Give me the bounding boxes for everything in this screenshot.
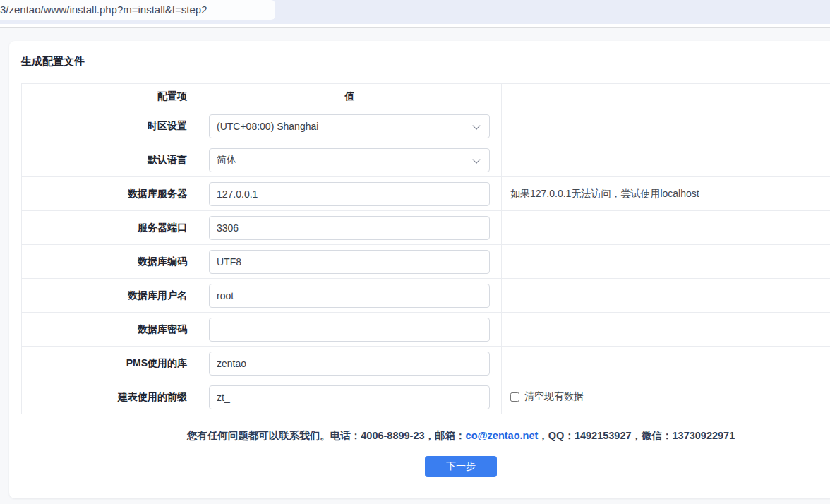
language-note <box>502 143 830 177</box>
config-panel: 生成配置文件 配置项 值 时区设置(UTC+08:00) Shanghai默认语… <box>9 41 830 498</box>
url-text: 3/zentao/www/install.php?m=install&f=ste… <box>0 0 275 20</box>
next-step-button[interactable]: 下一步 <box>425 456 497 477</box>
config-row-db-password: 数据库密码 <box>22 313 830 347</box>
db-password-input[interactable] <box>209 318 490 342</box>
clear-existing-data-checkbox[interactable] <box>510 392 519 402</box>
db-name-input[interactable] <box>209 352 490 376</box>
table-prefix-note: 清空现有数据 <box>502 380 830 414</box>
language-selected-value: 简体 <box>217 154 236 167</box>
db-user-note <box>502 279 830 313</box>
address-input[interactable]: 3/zentao/www/install.php?m=install&f=ste… <box>0 0 275 20</box>
chevron-down-icon <box>472 121 480 129</box>
language-select[interactable]: 简体 <box>209 148 490 172</box>
timezone-note <box>502 109 830 143</box>
page-title: 生成配置文件 <box>21 55 830 68</box>
column-header-note <box>502 84 830 109</box>
config-row-db-port: 服务器端口 <box>22 211 830 245</box>
db-host-input[interactable] <box>209 182 490 206</box>
language-field-cell: 简体 <box>198 143 502 177</box>
db-encoding-input[interactable] <box>209 250 490 274</box>
contact-text-prefix: 您有任何问题都可以联系我们。电话：4006-8899-23，邮箱： <box>187 430 466 441</box>
db-user-input[interactable] <box>209 284 490 308</box>
db-port-input[interactable] <box>209 216 490 240</box>
db-port-field-cell <box>198 211 502 245</box>
clear-existing-data-label: 清空现有数据 <box>524 390 584 403</box>
timezone-field-cell: (UTC+08:00) Shanghai <box>198 109 502 143</box>
table-header-row: 配置项 值 <box>22 84 830 109</box>
config-row-db-host: 数据库服务器如果127.0.0.1无法访问，尝试使用localhost <box>22 177 830 211</box>
db-name-field-cell <box>198 347 502 380</box>
db-port-note <box>502 211 830 245</box>
db-encoding-field-cell <box>198 245 502 279</box>
db-port-label: 服务器端口 <box>22 211 198 245</box>
contact-info: 您有任何问题都可以联系我们。电话：4006-8899-23，邮箱：co@zent… <box>21 429 830 443</box>
db-host-label: 数据库服务器 <box>22 177 198 211</box>
contact-text-suffix: ，QQ：1492153927，微信：13730922971 <box>538 430 735 441</box>
db-host-note: 如果127.0.0.1无法访问，尝试使用localhost <box>502 177 830 211</box>
config-row-timezone: 时区设置(UTC+08:00) Shanghai <box>22 109 830 143</box>
config-row-db-user: 数据库用户名 <box>22 279 830 313</box>
db-encoding-note <box>502 245 830 279</box>
email-link[interactable]: co@zentao.net <box>466 430 539 441</box>
config-table: 配置项 值 时区设置(UTC+08:00) Shanghai默认语言简体数据库服… <box>21 83 830 414</box>
db-encoding-label: 数据库编码 <box>22 245 198 279</box>
table-prefix-input[interactable] <box>209 385 490 409</box>
timezone-label: 时区设置 <box>22 109 198 143</box>
db-name-note <box>502 347 830 380</box>
db-host-field-cell <box>198 177 502 211</box>
db-password-note <box>502 313 830 347</box>
timezone-selected-value: (UTC+08:00) Shanghai <box>217 121 318 132</box>
browser-chrome-divider <box>0 24 830 28</box>
config-row-language: 默认语言简体 <box>22 143 830 177</box>
db-user-label: 数据库用户名 <box>22 279 198 313</box>
chevron-down-icon <box>472 155 480 163</box>
address-bar: 3/zentao/www/install.php?m=install&f=ste… <box>0 0 830 24</box>
config-table-body: 时区设置(UTC+08:00) Shanghai默认语言简体数据库服务器如果12… <box>22 109 830 414</box>
clear-existing-data-option[interactable]: 清空现有数据 <box>510 390 584 403</box>
db-password-field-cell <box>198 313 502 347</box>
panel-footer: 您有任何问题都可以联系我们。电话：4006-8899-23，邮箱：co@zent… <box>21 429 830 477</box>
table-prefix-label: 建表使用的前缀 <box>22 380 198 414</box>
table-prefix-field-cell <box>198 380 502 414</box>
language-label: 默认语言 <box>22 143 198 177</box>
column-header-config-item: 配置项 <box>22 84 198 109</box>
timezone-select[interactable]: (UTC+08:00) Shanghai <box>209 114 490 138</box>
db-name-label: PMS使用的库 <box>22 347 198 380</box>
config-row-db-encoding: 数据库编码 <box>22 245 830 279</box>
db-user-field-cell <box>198 279 502 313</box>
column-header-value: 值 <box>198 84 502 109</box>
db-password-label: 数据库密码 <box>22 313 198 347</box>
config-row-table-prefix: 建表使用的前缀清空现有数据 <box>22 380 830 414</box>
config-row-db-name: PMS使用的库 <box>22 347 830 380</box>
